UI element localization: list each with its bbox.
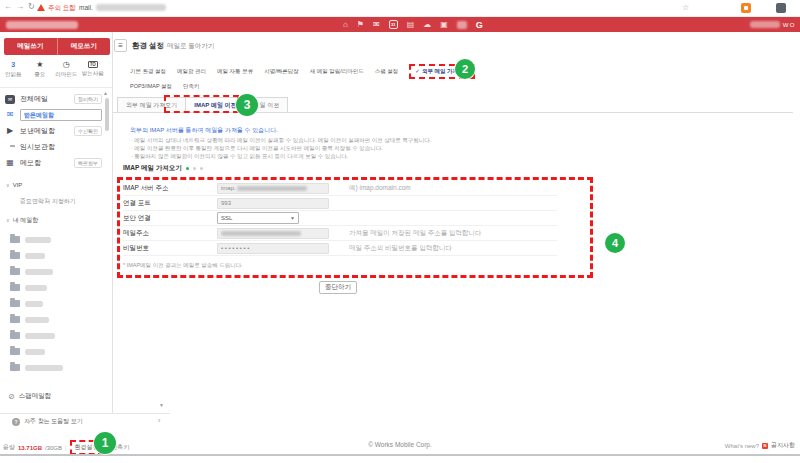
quick-attach-button[interactable]: 빠른첨부 [74, 158, 102, 168]
user-folder[interactable] [10, 284, 47, 291]
browser-profile-icon[interactable] [776, 3, 786, 13]
menu-mailbox-manage[interactable]: 메일함 관리 [177, 68, 206, 75]
filter-remind[interactable]: ◷ 리마인드 [53, 60, 80, 78]
organize-button[interactable]: 정리하기 [74, 94, 102, 104]
browser-reload-icon[interactable]: ↻ [28, 2, 35, 11]
email-input[interactable] [217, 228, 329, 239]
write-mail-button[interactable]: 메일쓰기 [4, 38, 57, 55]
blurred-app-icon[interactable] [457, 21, 467, 29]
menu-signature[interactable]: 서명/빠른답장 [264, 68, 299, 75]
form-row-password: 비밀번호 • • • • • • • • 메일 주소의 비밀번호를 입력합니다 [123, 241, 557, 256]
user-folder[interactable] [10, 268, 53, 275]
board-icon[interactable]: ⚑ [357, 21, 364, 29]
google-icon[interactable]: G [476, 20, 483, 30]
settings-menu-row1: 기본 환경 설정 메일함 관리 메일 자동 분류 서명/빠른답장 새 메일 알림… [130, 64, 475, 79]
browser-forward-icon[interactable]: → [16, 2, 24, 11]
folder-name-blurred [25, 253, 45, 259]
drafts-label: 임시보관함 [20, 142, 55, 152]
browser-extension-icon[interactable] [741, 3, 751, 13]
user-folder[interactable] [10, 300, 43, 307]
bookmark-star-icon[interactable]: ☆ [682, 3, 689, 12]
header-user-area[interactable]: WO [750, 21, 796, 28]
inbox-envelope-icon: ✉ [0, 111, 20, 119]
notice-link[interactable]: 공지사항 [771, 441, 795, 450]
service-header: ⌂ ⚑ ✉ 31 ▤ ☁ ▣ G WO [0, 17, 800, 32]
url-text[interactable]: mail. [79, 4, 93, 11]
folder-name-blurred [25, 349, 45, 355]
home-icon[interactable]: ⌂ [343, 21, 348, 29]
receipt-check-button[interactable]: 수신확인 [74, 126, 102, 136]
chevron-right-icon[interactable]: › [158, 417, 160, 424]
form-row-email: 메일주소 가져올 메일이 저장된 메일 주소를 입력합니다 [123, 226, 557, 241]
url-separator: | [74, 3, 76, 10]
menu-shortcut[interactable]: 단축키 [183, 83, 200, 90]
help-label: 자주 찾는 도움말 보기 [24, 417, 83, 426]
write-memo-button[interactable]: 메모쓰기 [57, 38, 111, 55]
user-folder[interactable] [10, 252, 45, 259]
step-badge-3: 3 [236, 94, 258, 116]
folder-icon [10, 348, 20, 355]
back-to-mail-link[interactable]: 메일로 돌아가기 [167, 42, 214, 51]
port-input[interactable]: 993 [217, 198, 329, 209]
menu-spam-settings[interactable]: 스팸 설정 [375, 68, 399, 75]
sidebar-item-allmail[interactable]: ✉ 전체메일 정리하기 [0, 92, 112, 106]
scrollbar-up-icon[interactable]: ▲ [103, 90, 108, 96]
calendar-icon[interactable]: 31 [389, 20, 398, 29]
step-badge-4: 4 [605, 233, 625, 253]
sidebar-item-spam[interactable]: ⊘ 스팸메일함 [8, 392, 51, 401]
memo-label: 메모함 [20, 158, 41, 168]
server-input[interactable]: imap. [217, 183, 329, 194]
menu-basic-settings[interactable]: 기본 환경 설정 [130, 68, 166, 75]
drive-cloud-icon[interactable]: ☁ [423, 21, 431, 29]
menu-notification[interactable]: 새 메일 알림/리마인드 [310, 68, 364, 75]
sidebar-divider [0, 87, 112, 88]
sidebar-item-inbox[interactable]: ✉ 받은메일함 3 [0, 108, 112, 122]
footer-divider [0, 413, 170, 414]
my-mailbox-section-title[interactable]: ∨내 메일함 [6, 216, 38, 225]
stop-import-button[interactable]: 중단하기 [319, 281, 357, 294]
note-line: · 동일하지 않은 메일함이 이전되지 않을 수 있고 읽음 표시 등이 다르게… [131, 153, 348, 160]
vip-add-contact-link[interactable]: 중요연락처 지정하기 [20, 197, 76, 206]
user-folder[interactable] [10, 316, 49, 323]
tab-external-import[interactable]: 외부 메일 가져오기 [117, 97, 186, 113]
filter-important-label: 중요 [34, 71, 45, 78]
select-arrow-icon: ▼ [290, 215, 295, 221]
service-logo-blurred[interactable] [6, 21, 78, 29]
vip-section-title[interactable]: ∨VIP [6, 182, 22, 188]
email-label: 메일주소 [123, 229, 217, 238]
user-folder[interactable] [10, 236, 51, 243]
contacts-icon[interactable]: ▤ [407, 21, 415, 29]
statusbar-right: What's new? N 공지사항 [725, 441, 795, 450]
menu-pop3-imap[interactable]: POP3/IMAP 설정 [130, 83, 172, 90]
user-folder[interactable] [10, 364, 63, 371]
browser-back-icon[interactable]: ← [4, 2, 12, 11]
filter-unread-label: 안읽음 [5, 71, 22, 78]
menu-auto-sort[interactable]: 메일 자동 분류 [217, 68, 253, 75]
sidebar-item-memo[interactable]: ▦ 메모함 빠른첨부 [0, 156, 112, 170]
note-line: · 메일 이전을 완료한 이후 동일한 계정으로 다시 메일 이전을 시도하면 … [131, 145, 383, 152]
folder-icon [10, 268, 20, 275]
security-warning-icon[interactable] [37, 4, 45, 11]
whats-new-link[interactable]: What's new? [725, 443, 759, 449]
password-input[interactable]: • • • • • • • • [217, 243, 329, 254]
mail-icon[interactable]: ✉ [373, 21, 380, 29]
filter-recipient[interactable]: TO 받는사람 [80, 60, 107, 78]
security-select[interactable]: SSL▼ [217, 212, 299, 224]
sidebar-scrollbar-thumb[interactable] [105, 98, 109, 131]
user-folder[interactable] [10, 332, 55, 339]
sidebar-item-sent[interactable]: ▶ 보낸메일함 수신확인 [0, 124, 112, 138]
security-warning-text[interactable]: 주의 요함 [48, 4, 76, 13]
filter-unread[interactable]: 3 안읽음 [0, 60, 27, 78]
step-badge-1: 1 [94, 432, 116, 454]
help-link[interactable]: ? 자주 찾는 도움말 보기 [12, 417, 83, 426]
user-folder[interactable] [10, 348, 45, 355]
title-separator: | [162, 41, 164, 48]
scrollbar-down-icon[interactable]: ▼ [159, 402, 164, 408]
folder-icon [10, 364, 20, 371]
settings-menu-toggle[interactable]: ≡ [114, 39, 127, 52]
works-app-icon[interactable]: ▣ [440, 21, 448, 29]
step-badge-2: 2 [455, 59, 475, 79]
filter-important[interactable]: ★ 중요 [27, 60, 54, 78]
sidebar-item-drafts[interactable]: 임시보관함 [0, 140, 112, 154]
folder-name-blurred [25, 237, 51, 243]
